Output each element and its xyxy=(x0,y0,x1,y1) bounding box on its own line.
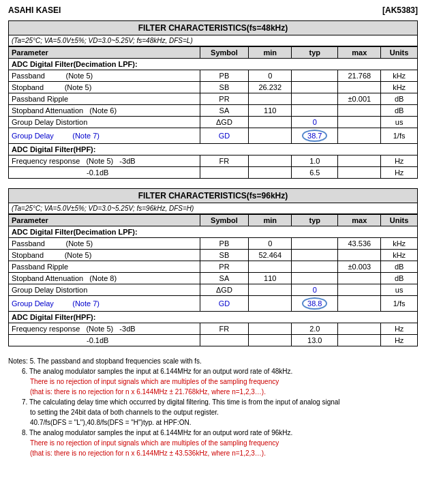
notes-section: Notes: 5. The passband and stopband freq… xyxy=(8,356,418,458)
table-row: Passband (Note 5) PB 0 43.536 kHz xyxy=(9,238,418,250)
table-row: Passband (Note 5) PB 0 21.768 kHz xyxy=(9,70,418,82)
table-row: -0.1dB 6.5 Hz xyxy=(9,167,418,179)
col-min: min xyxy=(249,47,292,59)
note-intro: Notes: 5. The passband and stopband freq… xyxy=(8,356,418,366)
group-delay-row-2: Group Delay (Note 7) GD 38.8 1/fs xyxy=(9,296,418,312)
part-number: [AK5383] xyxy=(382,5,418,15)
col-symbol: Symbol xyxy=(200,47,249,59)
table2-title: FILTER CHARACTERISTICS(fs=96kHz) xyxy=(8,188,418,203)
table-row: Stopband (Note 5) SB 26.232 kHz xyxy=(9,82,418,93)
table-row: Group Delay Distortion ΔGD 0 us xyxy=(9,117,418,128)
table-row: Passband Ripple PR ±0.001 dB xyxy=(9,93,418,105)
table1-subtitle: (Ta=25°C; VA=5.0V±5%; VD=3.0~5.25V; fs=4… xyxy=(8,35,418,46)
note7-line1: 7. The calculating delay time which occu… xyxy=(8,397,418,407)
table-row: Frequency response (Note 5) -3dB FR 1.0 … xyxy=(9,155,418,167)
table2-subtitle: (Ta=25°C; VA=5.0V±5%; VD=3.0~5.25V; fs=9… xyxy=(8,203,418,214)
table-row: -0.1dB 13.0 Hz xyxy=(9,335,418,346)
note6-line2: There is no rejection of input signals w… xyxy=(8,376,418,387)
table-row: Stopband (Note 5) SB 52.464 kHz xyxy=(9,250,418,261)
subheader-hpf1: ADC Digital Filter(HPF): xyxy=(9,144,418,155)
note8-line3: (that is: there is no rejection for n x … xyxy=(8,448,418,458)
note6-line1: 6. The analog modulator samples the inpu… xyxy=(8,366,418,376)
table1: Parameter Symbol min typ max Units ADC D… xyxy=(8,46,418,179)
col-max2: max xyxy=(338,215,381,226)
col-min2: min xyxy=(249,215,292,226)
circled-value-1: 38.7 xyxy=(302,130,327,142)
note8-line2: There is no rejection of input signals w… xyxy=(8,438,418,448)
table-row: Frequency response (Note 5) -3dB FR 2.0 … xyxy=(9,323,418,335)
col-max: max xyxy=(338,47,381,59)
table1-section: FILTER CHARACTERISTICS(fs=48kHz) (Ta=25°… xyxy=(8,20,418,179)
table-row: Passband Ripple PR ±0.003 dB xyxy=(9,261,418,273)
note8-line1: 8. The analog modulator samples the inpu… xyxy=(8,428,418,438)
note7-line2: to setting the 24bit data of both channe… xyxy=(8,407,418,417)
col-param: Parameter xyxy=(9,47,200,59)
col-typ: typ xyxy=(292,47,338,59)
col-units2: Units xyxy=(381,215,418,226)
page-header: ASAHI KASEI [AK5383] xyxy=(8,5,418,15)
table-row: Stopband Attenuation (Note 8) SA 110 dB xyxy=(9,273,418,284)
company-name: ASAHI KASEI xyxy=(8,5,61,15)
table-row: Stopband Attenuation (Note 6) SA 110 dB xyxy=(9,105,418,117)
table-row: Group Delay Distortion ΔGD 0 us xyxy=(9,284,418,296)
circled-value-2: 38.8 xyxy=(302,297,327,310)
note6-line3: (that is: there is no rejection for n x … xyxy=(8,387,418,397)
col-param2: Parameter xyxy=(9,215,200,226)
group-delay-row-1: Group Delay (Note 7) GD 38.7 1/fs xyxy=(9,128,418,144)
col-typ2: typ xyxy=(292,215,338,226)
subheader-lpf1: ADC Digital Filter(Decimation LPF): xyxy=(9,59,418,70)
col-units: Units xyxy=(381,47,418,59)
subheader-hpf2: ADC Digital Filter(HPF): xyxy=(9,312,418,323)
table2: Parameter Symbol min typ max Units ADC D… xyxy=(8,214,418,346)
table2-section: FILTER CHARACTERISTICS(fs=96kHz) (Ta=25°… xyxy=(8,188,418,346)
subheader-lpf2: ADC Digital Filter(Decimation LPF): xyxy=(9,226,418,238)
table1-title: FILTER CHARACTERISTICS(fs=48kHz) xyxy=(8,20,418,35)
note7-line3: 40.7/fs(DFS = "L"),40.8/fs(DFS = "H")typ… xyxy=(8,417,418,428)
col-symbol2: Symbol xyxy=(200,215,249,226)
